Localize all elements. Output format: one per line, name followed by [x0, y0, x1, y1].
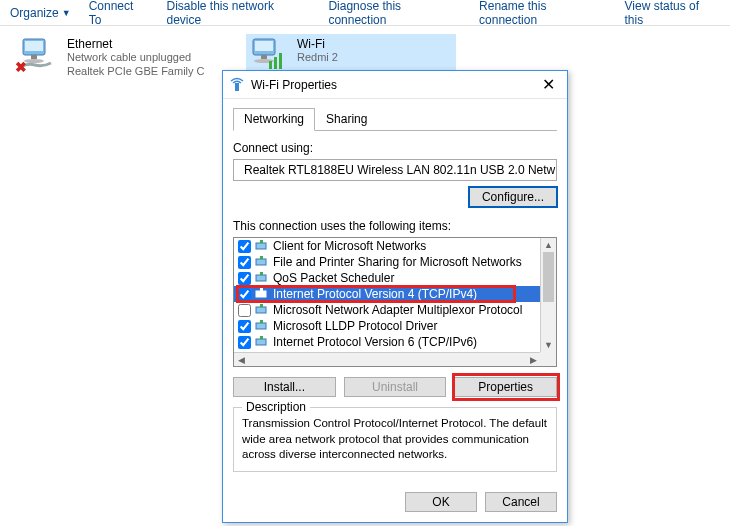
svg-rect-8: [269, 61, 272, 69]
protocol-label: QoS Packet Scheduler: [273, 271, 394, 285]
protocol-icon: [255, 319, 269, 334]
svg-rect-6: [261, 55, 267, 59]
description-group: Description Transmission Control Protoco…: [233, 407, 557, 472]
protocol-row[interactable]: Internet Protocol Version 6 (TCP/IPv6): [234, 334, 540, 350]
svg-rect-2: [31, 55, 37, 59]
svg-rect-17: [260, 256, 263, 259]
protocol-checkbox[interactable]: [238, 288, 251, 301]
svg-rect-15: [260, 240, 263, 243]
properties-button[interactable]: Properties: [454, 377, 557, 397]
svg-rect-19: [260, 272, 263, 275]
svg-rect-16: [256, 259, 266, 265]
menu-diagnose[interactable]: Diagnose this connection: [328, 0, 461, 27]
wifi-properties-dialog: Wi-Fi Properties ✕ Networking Sharing Co…: [222, 70, 568, 523]
scroll-right-icon[interactable]: ▶: [526, 353, 540, 366]
protocol-icon: [255, 303, 269, 318]
protocol-icon: [255, 239, 269, 254]
close-button[interactable]: ✕: [536, 75, 561, 94]
menu-view-status[interactable]: View status of this: [625, 0, 721, 27]
protocol-icon: [255, 335, 269, 350]
uninstall-button: Uninstall: [344, 377, 447, 397]
protocol-row[interactable]: QoS Packet Scheduler: [234, 270, 540, 286]
toolbar: Organize ▼ Connect To Disable this netwo…: [0, 0, 730, 26]
dialog-title: Wi-Fi Properties: [251, 78, 536, 92]
tabstrip: Networking Sharing: [233, 107, 557, 131]
protocol-label: Microsoft LLDP Protocol Driver: [273, 319, 438, 333]
adapter-name-text: Realtek RTL8188EU Wireless LAN 802.11n U…: [244, 163, 555, 177]
svg-rect-26: [256, 339, 266, 345]
ok-button[interactable]: OK: [405, 492, 477, 512]
svg-rect-1: [25, 41, 43, 51]
wifi-icon: [249, 37, 289, 73]
adapter-ethernet[interactable]: ✖ Ethernet Network cable unplugged Realt…: [16, 34, 226, 82]
svg-rect-22: [256, 307, 266, 313]
svg-rect-9: [274, 57, 277, 69]
scroll-thumb[interactable]: [543, 252, 554, 302]
titlebar: Wi-Fi Properties ✕: [223, 71, 567, 99]
chevron-down-icon: ▼: [62, 8, 71, 18]
protocol-icon: [255, 287, 269, 302]
scroll-down-icon[interactable]: ▼: [541, 338, 556, 352]
description-text: Transmission Control Protocol/Internet P…: [242, 416, 548, 463]
adapter-name-box[interactable]: Realtek RTL8188EU Wireless LAN 802.11n U…: [233, 159, 557, 181]
adapter-title: Wi-Fi: [297, 37, 338, 51]
protocol-row[interactable]: Internet Protocol Version 4 (TCP/IPv4): [234, 286, 540, 302]
scroll-left-icon[interactable]: ◀: [234, 353, 248, 366]
tab-sharing[interactable]: Sharing: [315, 108, 378, 131]
svg-rect-27: [260, 336, 263, 339]
svg-rect-11: [235, 83, 239, 91]
protocol-icon: [255, 271, 269, 286]
svg-rect-14: [256, 243, 266, 249]
svg-rect-20: [256, 291, 266, 297]
svg-rect-23: [260, 304, 263, 307]
items-label: This connection uses the following items…: [233, 219, 557, 233]
adapter-driver: Realtek PCIe GBE Family C: [67, 65, 205, 79]
svg-rect-10: [279, 53, 282, 69]
tab-networking[interactable]: Networking: [233, 108, 315, 131]
protocol-checkbox[interactable]: [238, 256, 251, 269]
protocol-label: Microsoft Network Adapter Multiplexor Pr…: [273, 303, 522, 317]
description-label: Description: [242, 400, 310, 414]
ethernet-icon: ✖: [19, 37, 59, 73]
svg-rect-24: [256, 323, 266, 329]
svg-rect-21: [260, 288, 263, 291]
svg-rect-25: [260, 320, 263, 323]
menu-disable-device[interactable]: Disable this network device: [167, 0, 311, 27]
protocol-checkbox[interactable]: [238, 320, 251, 333]
connect-using-label: Connect using:: [233, 141, 557, 155]
adapter-status: Redmi 2: [297, 51, 338, 65]
adapter-status: Network cable unplugged: [67, 51, 205, 65]
protocol-checkbox[interactable]: [238, 336, 251, 349]
vertical-scrollbar[interactable]: ▲ ▼: [540, 238, 556, 352]
protocol-row[interactable]: File and Printer Sharing for Microsoft N…: [234, 254, 540, 270]
protocol-label: Client for Microsoft Networks: [273, 239, 426, 253]
protocol-icon: [255, 255, 269, 270]
cancel-button[interactable]: Cancel: [485, 492, 557, 512]
protocol-checkbox[interactable]: [238, 304, 251, 317]
menu-organize[interactable]: Organize ▼: [10, 6, 71, 20]
protocol-label: Internet Protocol Version 6 (TCP/IPv6): [273, 335, 477, 349]
adapter-title: Ethernet: [67, 37, 205, 51]
wifi-properties-icon: [229, 77, 245, 93]
disconnected-x-icon: ✖: [15, 59, 27, 75]
protocol-row[interactable]: Microsoft Network Adapter Multiplexor Pr…: [234, 302, 540, 318]
menu-label: Organize: [10, 6, 59, 20]
adapter-text: Wi-Fi Redmi 2: [297, 37, 338, 65]
install-button[interactable]: Install...: [233, 377, 336, 397]
protocol-row[interactable]: Microsoft LLDP Protocol Driver: [234, 318, 540, 334]
menu-rename[interactable]: Rename this connection: [479, 0, 606, 27]
protocol-label: Internet Protocol Version 4 (TCP/IPv4): [273, 287, 477, 301]
svg-rect-18: [256, 275, 266, 281]
scroll-up-icon[interactable]: ▲: [541, 238, 556, 252]
configure-button[interactable]: Configure...: [469, 187, 557, 207]
protocol-checkbox[interactable]: [238, 240, 251, 253]
protocol-list: Client for Microsoft NetworksFile and Pr…: [233, 237, 557, 367]
protocol-row[interactable]: Client for Microsoft Networks: [234, 238, 540, 254]
menu-connect-to[interactable]: Connect To: [89, 0, 149, 27]
svg-rect-5: [255, 41, 273, 51]
horizontal-scrollbar[interactable]: ◀ ▶: [234, 352, 540, 366]
adapter-text: Ethernet Network cable unplugged Realtek…: [67, 37, 205, 79]
protocol-label: File and Printer Sharing for Microsoft N…: [273, 255, 522, 269]
protocol-checkbox[interactable]: [238, 272, 251, 285]
svg-point-3: [24, 59, 44, 63]
